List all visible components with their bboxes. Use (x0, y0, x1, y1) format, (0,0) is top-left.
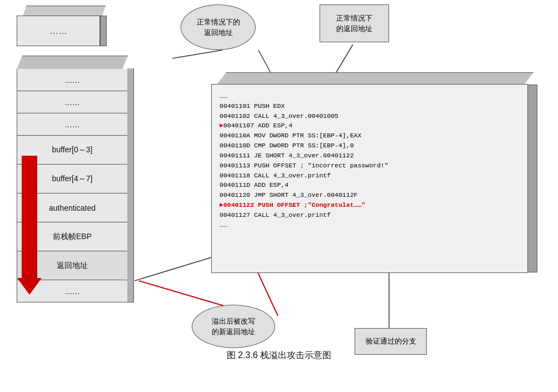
top-stack-side-face (100, 16, 107, 46)
caption: 图 2.3.6 栈溢出攻击示意图 (0, 350, 558, 361)
code-line-11: ►00401122 PUSH OFFSET ;"Congratulat……" (220, 200, 520, 210)
code-line-10: 00401120 JMP SHORT 4_3_over.0040112F (220, 190, 520, 200)
top-stack-body: …… (17, 16, 100, 46)
oval-callout-2: 溢出后被改写的新返回地址 (192, 305, 275, 348)
code-line-0: …… (220, 91, 520, 101)
rect-callout-1: 正常情况下的返回地址 (320, 4, 389, 42)
stack-top-face (17, 56, 128, 70)
code-line-9: 0040111D ADD ESP,4 (220, 180, 520, 190)
stack-cell-dots3: …… (17, 113, 128, 136)
top-stack: …… (17, 6, 106, 50)
svg-line-6 (134, 256, 217, 281)
code-line-7: 00401113 PUSH OFFSET ; "incorrect passwo… (220, 161, 520, 171)
code-block-body: …… 00401101 PUSH EDX 00401102 CALL 4_3_o… (211, 84, 528, 273)
code-line-12: 00401127 CALL 4_3_over.printf (220, 210, 520, 220)
stack-cell-dots2: …… (17, 91, 128, 113)
code-block-side-face (527, 85, 537, 272)
caption-text: 图 2.3.6 栈溢出攻击示意图 (227, 350, 331, 360)
rect-callout-1-text: 正常情况下的返回地址 (336, 13, 372, 34)
code-content: …… 00401101 PUSH EDX 00401102 CALL 4_3_o… (212, 85, 527, 236)
code-line-6: 00401111 JE SHORT 4_3_over.00401122 (220, 151, 520, 161)
stack-cell-dots1: …… (17, 69, 128, 91)
code-block-top-face (217, 72, 534, 85)
svg-line-0 (172, 50, 222, 58)
code-line-8: 00401118 CALL 4_3_over.printf (220, 171, 520, 181)
code-line-2: 00401102 CALL 4_3_over.00401005 (220, 111, 520, 121)
code-line-13: …… (220, 220, 520, 230)
oval-callout-2-text: 溢出后被改写的新返回地址 (212, 316, 255, 338)
oval-callout-1-text: 正常情况下的返回地址 (197, 17, 240, 38)
code-line-1: 00401101 PUSH EDX (220, 101, 520, 111)
code-line-3: ►00401107 ADD ESP,4 (220, 121, 520, 131)
oval-callout-1: 正常情况下的返回地址 (181, 4, 256, 50)
rect-callout-2-text: 验证通过的分支 (366, 336, 416, 347)
top-stack-dots: …… (49, 26, 67, 36)
code-line-5: 0040110D CMP DWORD PTR SS:[EBP-4],0 (220, 141, 520, 151)
code-line-4: 0040110A MOV DWORD PTR SS:[EBP-4],EAX (220, 131, 520, 141)
code-block-wrapper: …… 00401101 PUSH EDX 00401102 CALL 4_3_o… (211, 72, 539, 284)
